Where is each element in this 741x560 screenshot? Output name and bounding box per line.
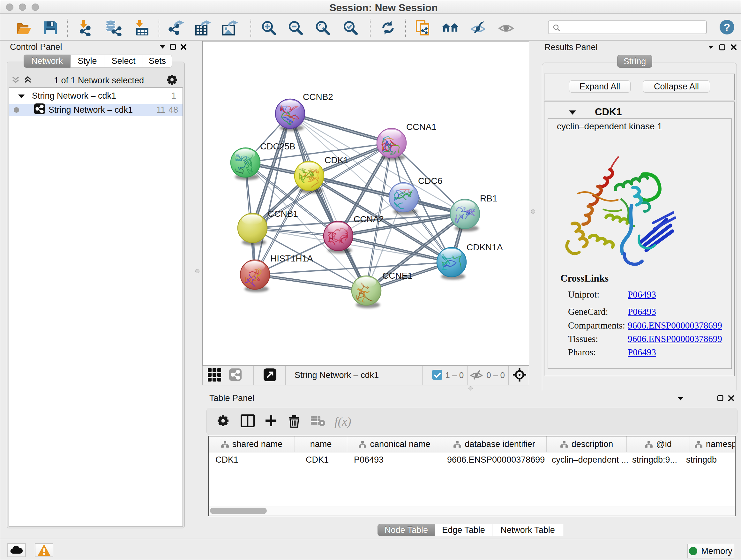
svg-text:CDKN1A: CDKN1A [467,242,503,252]
svg-text:RB1: RB1 [480,193,497,203]
svg-text:CCNE1: CCNE1 [382,271,413,281]
svg-text:CDK1: CDK1 [325,155,348,165]
svg-text:CCNB1: CCNB1 [268,209,298,219]
svg-text:CDC25B: CDC25B [260,141,295,151]
svg-text:CCNA1: CCNA1 [406,122,436,132]
svg-text:HIST1H1A: HIST1H1A [270,253,313,263]
svg-text:CDC6: CDC6 [418,176,442,186]
svg-text:CCNB2: CCNB2 [303,92,333,102]
svg-text:CCNA2: CCNA2 [354,214,384,224]
